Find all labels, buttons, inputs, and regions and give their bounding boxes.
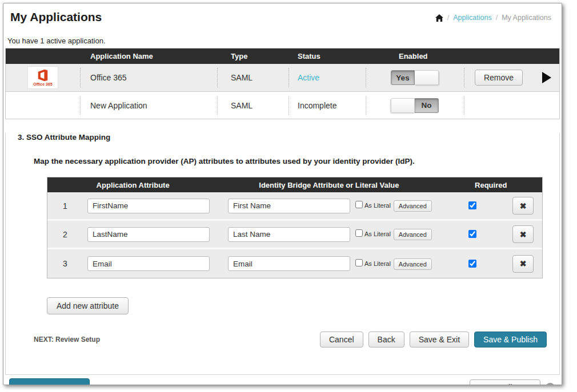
expand-arrow-icon[interactable] — [542, 72, 551, 83]
back-button[interactable]: Back — [368, 332, 404, 347]
breadcrumb: / Applications / My Applications — [435, 14, 551, 22]
application-attribute-input[interactable] — [87, 256, 210, 271]
advanced-button[interactable]: Advanced — [394, 200, 432, 212]
remove-button[interactable]: Remove — [475, 70, 523, 86]
add-new-attribute-button[interactable]: Add new attribute — [47, 297, 129, 314]
identity-bridge-attribute-input[interactable] — [228, 256, 350, 271]
arrow-cell — [534, 92, 559, 119]
required-checkbox[interactable] — [468, 201, 476, 209]
toggle-off-segment[interactable] — [415, 70, 439, 85]
header-application-attribute: Application Attribute — [47, 181, 218, 189]
attribute-row-1: 1 As Literal Advanced ✖ — [47, 192, 542, 221]
action-cell: Remove — [464, 64, 534, 91]
section-description: Map the necessary application provider (… — [34, 157, 559, 165]
enabled-toggle[interactable]: Yes — [391, 70, 439, 85]
required-checkbox[interactable] — [468, 230, 476, 238]
app-name: New Application — [80, 92, 217, 119]
delete-attribute-button[interactable]: ✖ — [512, 225, 534, 243]
next-step-label: NEXT: Review Setup — [34, 336, 100, 343]
required-cell — [432, 228, 512, 240]
applications-table-header: Application Name Type Status Enabled — [6, 49, 559, 64]
as-literal-group: As Literal Advanced — [355, 200, 432, 212]
action-cell — [464, 92, 534, 119]
breadcrumb-separator: / — [447, 14, 449, 22]
help-icon[interactable]: ? — [546, 383, 555, 386]
header-type: Type — [217, 52, 288, 60]
cancel-button[interactable]: Cancel — [320, 332, 363, 347]
app-type: SAML — [217, 64, 288, 91]
app-row-new-application: New Application SAML Incomplete No — [6, 91, 559, 119]
enabled-toggle[interactable]: No — [391, 98, 439, 113]
attribute-row-2: 2 As Literal Advanced ✖ — [47, 221, 542, 249]
app-status[interactable]: Active — [288, 64, 366, 91]
breadcrumb-link-applications[interactable]: Applications — [453, 14, 491, 22]
as-literal-label: As Literal — [364, 260, 391, 267]
as-literal-label: As Literal — [364, 202, 391, 209]
application-attribute-input[interactable] — [87, 199, 210, 213]
delete-attribute-button[interactable]: ✖ — [512, 197, 534, 215]
advanced-button[interactable]: Advanced — [394, 229, 432, 240]
add-application-label: Add Application — [18, 383, 71, 385]
row-number: 3 — [57, 259, 74, 268]
delete-attribute-button[interactable]: ✖ — [512, 255, 534, 273]
breadcrumb-separator: / — [496, 14, 498, 22]
office365-icon-label: Office 365 — [33, 82, 52, 86]
new-app-icon-spacer — [6, 92, 80, 119]
toggle-no-segment[interactable]: No — [415, 98, 439, 113]
applications-table: Application Name Type Status Enabled Off… — [5, 48, 560, 119]
office365-icon: Office 365 — [6, 64, 80, 91]
app-status: Incomplete — [288, 92, 366, 119]
as-literal-label: As Literal — [364, 231, 391, 237]
save-publish-button[interactable]: Save & Publish — [474, 332, 547, 347]
save-exit-button[interactable]: Save & Exit — [410, 332, 469, 347]
header-status: Status — [288, 52, 366, 60]
identity-bridge-attribute-input[interactable] — [228, 227, 350, 242]
app-window: My Applications / Applications / My Appl… — [3, 3, 562, 385]
attribute-table-header: Application Attribute Identity Bridge At… — [47, 177, 542, 192]
attribute-row-3: 3 As Literal Advanced ✖ — [47, 249, 542, 278]
as-literal-checkbox[interactable] — [355, 201, 363, 208]
enabled-cell: Yes — [366, 64, 464, 91]
breadcrumb-current: My Applications — [502, 14, 551, 22]
action-buttons: Cancel Back Save & Exit Save & Publish — [320, 332, 547, 347]
required-cell — [432, 258, 512, 270]
app-type: SAML — [217, 92, 288, 119]
advanced-button[interactable]: Advanced — [394, 258, 432, 270]
identity-bridge-attribute-input[interactable] — [228, 199, 350, 213]
add-attribute-row: Add new attribute — [47, 297, 559, 314]
sso-attribute-mapping-panel: 3. SSO Attribute Mapping Map the necessa… — [5, 133, 560, 375]
active-application-count: You have 1 active application. — [7, 37, 562, 45]
add-application-button[interactable]: Add Application — [9, 378, 90, 385]
header-identity-bridge-attribute: Identity Bridge Attribute or Literal Val… — [218, 181, 439, 189]
page-title: My Applications — [10, 10, 102, 24]
required-checkbox[interactable] — [468, 260, 476, 268]
toggle-off-segment[interactable] — [391, 98, 415, 113]
arrow-cell — [534, 64, 559, 91]
as-literal-checkbox[interactable] — [355, 259, 363, 266]
app-row-office365: Office 365 Office 365 SAML Active Yes Re… — [6, 64, 559, 91]
enabled-cell: No — [366, 92, 464, 119]
top-bar: My Applications / Applications / My Appl… — [3, 3, 562, 24]
required-cell — [432, 200, 512, 212]
pause-all-sso-button[interactable]: Pause All SSO — [470, 379, 540, 386]
header-required: Required — [439, 181, 542, 189]
footer-right: Pause All SSO ? — [470, 379, 555, 386]
application-attribute-input[interactable] — [87, 227, 210, 242]
as-literal-checkbox[interactable] — [355, 229, 363, 237]
as-literal-group: As Literal Advanced — [355, 258, 432, 270]
toggle-yes-segment[interactable]: Yes — [391, 70, 415, 85]
office-logo-icon — [37, 69, 49, 82]
footer-bar: Add Application Pause All SSO ? — [3, 375, 562, 385]
row-number: 1 — [57, 201, 74, 211]
attribute-mapping-table: Application Attribute Identity Bridge At… — [47, 177, 543, 278]
as-literal-group: As Literal Advanced — [355, 228, 432, 240]
header-enabled: Enabled — [366, 52, 464, 60]
app-name: Office 365 — [80, 64, 217, 91]
actions-row: NEXT: Review Setup Cancel Back Save & Ex… — [34, 332, 547, 347]
home-icon[interactable] — [435, 14, 443, 22]
section-title: 3. SSO Attribute Mapping — [18, 133, 559, 142]
row-number: 2 — [57, 230, 74, 239]
header-application-name: Application Name — [80, 52, 217, 60]
